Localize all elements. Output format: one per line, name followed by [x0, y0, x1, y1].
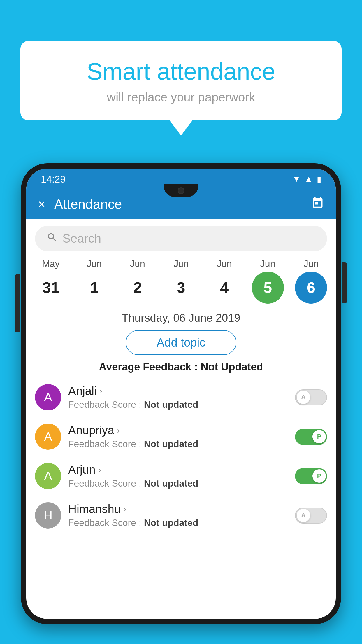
close-button[interactable]: ×	[38, 197, 45, 211]
date-month: Jun	[304, 258, 319, 269]
avatar: A	[35, 384, 61, 410]
toggle-thumb: P	[312, 430, 326, 443]
date-col[interactable]: Jun3	[162, 258, 200, 304]
feedback-avg-label: Average Feedback :	[99, 361, 201, 373]
student-feedback: Feedback Score : Not updated	[68, 478, 295, 489]
toggle-thumb: P	[312, 469, 326, 483]
avatar: H	[35, 502, 61, 528]
bubble-title: Smart attendance	[38, 58, 324, 85]
date-col[interactable]: Jun1	[75, 258, 113, 304]
attendance-toggle[interactable]: P	[295, 429, 327, 445]
date-month: Jun	[87, 258, 102, 269]
date-month: Jun	[173, 258, 189, 269]
student-list: AAnjali ›Feedback Score : Not updatedAAA…	[26, 378, 336, 535]
search-icon	[47, 232, 58, 246]
search-bar[interactable]: Search	[35, 226, 327, 251]
date-col[interactable]: Jun5	[249, 258, 287, 304]
date-number[interactable]: 2	[122, 272, 154, 304]
app-title: Attendance	[54, 196, 311, 212]
notch-camera	[178, 187, 184, 194]
status-time: 14:29	[41, 174, 66, 185]
status-icons: ▼ ▲ ▮	[293, 174, 321, 184]
selected-date-text: Thursday, 06 June 2019	[122, 312, 240, 324]
search-placeholder: Search	[62, 232, 101, 246]
date-number[interactable]: 5	[252, 272, 284, 304]
student-item[interactable]: AAnupriya ›Feedback Score : Not updatedP	[35, 417, 327, 456]
date-month: May	[42, 258, 59, 269]
student-info: Himanshu ›Feedback Score : Not updated	[68, 503, 295, 528]
signal-icon: ▲	[305, 174, 313, 184]
student-item[interactable]: HHimanshu ›Feedback Score : Not updatedA	[35, 496, 327, 535]
add-topic-button[interactable]: Add topic	[126, 330, 236, 355]
date-month: Jun	[130, 258, 145, 269]
student-name: Himanshu ›	[68, 503, 295, 516]
date-strip: May31Jun1Jun2Jun3Jun4Jun5Jun6	[26, 258, 336, 307]
toggle-thumb: A	[297, 391, 310, 404]
student-info: Anupriya ›Feedback Score : Not updated	[68, 424, 295, 449]
attendance-toggle[interactable]: A	[295, 389, 327, 405]
selected-date-info: Thursday, 06 June 2019	[26, 312, 336, 324]
speech-bubble: Smart attendance will replace your paper…	[20, 41, 342, 120]
attendance-toggle[interactable]: P	[295, 468, 327, 484]
phone-outer: 14:29 ▼ ▲ ▮ × Attendance	[21, 163, 341, 624]
date-number[interactable]: 6	[295, 272, 327, 304]
average-feedback: Average Feedback : Not Updated	[26, 361, 336, 373]
wifi-icon: ▼	[293, 174, 301, 184]
date-col[interactable]: May31	[32, 258, 70, 304]
chevron-right-icon: ›	[124, 505, 126, 514]
notch	[164, 184, 198, 197]
date-col[interactable]: Jun4	[205, 258, 243, 304]
attendance-toggle[interactable]: A	[295, 508, 327, 524]
date-number[interactable]: 3	[165, 272, 197, 304]
student-item[interactable]: AAnjali ›Feedback Score : Not updatedA	[35, 378, 327, 417]
chevron-right-icon: ›	[100, 386, 102, 396]
date-number[interactable]: 1	[78, 272, 110, 304]
student-name: Anjali ›	[68, 384, 295, 398]
date-number[interactable]: 31	[35, 272, 67, 304]
student-feedback: Feedback Score : Not updated	[68, 439, 295, 449]
student-name: Anupriya ›	[68, 424, 295, 437]
battery-icon: ▮	[317, 174, 321, 184]
student-info: Anjali ›Feedback Score : Not updated	[68, 384, 295, 410]
speech-bubble-wrapper: Smart attendance will replace your paper…	[20, 41, 342, 120]
chevron-right-icon: ›	[98, 465, 101, 475]
date-number[interactable]: 4	[208, 272, 240, 304]
date-month: Jun	[260, 258, 275, 269]
phone-screen: 14:29 ▼ ▲ ▮ × Attendance	[26, 169, 336, 619]
phone-wrapper: 14:29 ▼ ▲ ▮ × Attendance	[21, 163, 341, 644]
toggle-thumb: A	[297, 509, 310, 522]
avatar: A	[35, 463, 61, 489]
student-feedback: Feedback Score : Not updated	[68, 399, 295, 410]
date-col[interactable]: Jun2	[119, 258, 157, 304]
student-info: Arjun ›Feedback Score : Not updated	[68, 463, 295, 489]
date-month: Jun	[217, 258, 232, 269]
date-col[interactable]: Jun6	[292, 258, 330, 304]
bubble-subtitle: will replace your paperwork	[38, 90, 324, 104]
student-feedback: Feedback Score : Not updated	[68, 517, 295, 528]
student-item[interactable]: AArjun ›Feedback Score : Not updatedP	[35, 456, 327, 496]
chevron-right-icon: ›	[117, 426, 120, 435]
student-name: Arjun ›	[68, 463, 295, 476]
calendar-icon[interactable]	[311, 197, 324, 212]
avatar: A	[35, 424, 61, 450]
feedback-avg-value: Not Updated	[201, 361, 263, 373]
